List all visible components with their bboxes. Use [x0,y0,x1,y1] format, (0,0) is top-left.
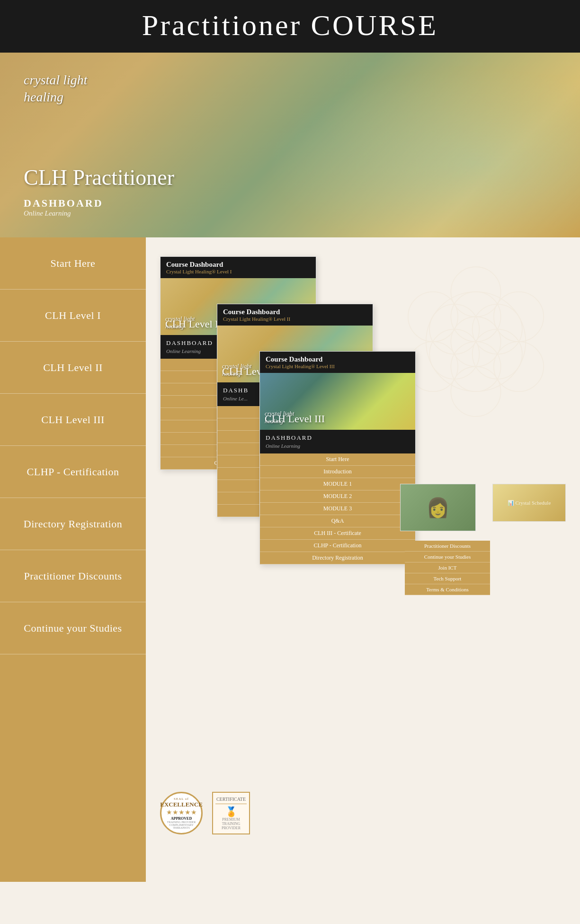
card2-header: Course Dashboard Crystal Light Healing® … [217,304,373,326]
sidebar-label-directory-reg: Directory Registration [24,518,122,530]
card3-item-8[interactable]: Directory Registration [260,552,415,564]
right-panel-item-0[interactable]: Practitioner Discounts [405,541,490,552]
card3-item-4[interactable]: MODULE 3 [260,503,415,515]
sidebar-label-clh-level-3: CLH Level III [41,414,105,426]
card3-menu-label: DASHBOARD [260,433,415,443]
right-panel-item-1[interactable]: Continue your Studies [405,552,490,562]
card1-image-title: CLH Level I [165,318,218,330]
schedule-thumbnail: 📊 Crystal Schedule [492,484,566,522]
sidebar-label-practitioner-discounts: Practitioner Discounts [24,570,122,582]
card3-item-1[interactable]: Introduction [260,466,415,478]
card3-item-5[interactable]: Q&A [260,515,415,527]
sidebar-item-clh-level-3[interactable]: CLH Level III [0,394,146,446]
card3-subtitle: Crystal Light Healing® Level III [266,363,410,369]
card1-title: Course Dashboard [166,261,310,269]
person-silhouette: 👩 [401,484,475,531]
card3-item-2[interactable]: MODULE 1 [260,478,415,490]
certificates-area: SEAL of EXCELLENCE ★★★★★ APPROVED TRAINI… [160,792,250,834]
sidebar-item-clh-level-1[interactable]: CLH Level I [0,290,146,342]
card3-image: crystal lighthealing CLH Level III [260,373,415,430]
course-card-level-3: Course Dashboard Crystal Light Healing® … [259,351,416,565]
sidebar-label-start-here: Start Here [51,257,96,270]
dashboard-title: DASHBOARD [24,197,103,209]
schedule-content: 📊 Crystal Schedule [508,500,551,506]
sidebar-label-clh-level-1: CLH Level I [45,309,101,322]
card3-title: Course Dashboard [266,355,410,363]
sidebar-item-continue-studies[interactable]: Continue your Studies [0,602,146,654]
cert-seal-icon: 🏅 [225,806,237,817]
card3-item-7[interactable]: CLHP - Certification [260,540,415,552]
seal-of-excellence: SEAL of EXCELLENCE ★★★★★ APPROVED TRAINI… [160,792,203,834]
card3-menu-sub: Online Learning [260,443,415,451]
hero-crystals-bg [232,53,580,237]
sidebar-item-start-here[interactable]: Start Here [0,237,146,290]
person-thumbnail: 👩 [400,484,476,531]
right-panel-item-3[interactable]: Tech Support [405,573,490,584]
main-content: Start Here CLH Level I CLH Level II CLH … [0,237,580,882]
hero-main-title: CLH Practitioner [24,165,174,190]
card1-header: Course Dashboard Crystal Light Healing® … [161,257,316,278]
seal-bottom-text: COMPLIMENTARY THERAPISTS [161,824,201,829]
card3-items: Start Here Introduction MODULE 1 MODULE … [260,453,415,564]
hero-logo: crystal light healing [24,72,88,106]
sidebar-item-practitioner-discounts[interactable]: Practitioner Discounts [0,550,146,602]
hero-dashboard: DASHBOARD Online Learning [24,197,103,217]
sidebar-label-clh-level-2: CLH Level II [43,362,103,374]
right-panel-item-4[interactable]: Terms & Conditions [405,584,490,595]
sidebar: Start Here CLH Level I CLH Level II CLH … [0,237,146,882]
right-panel: Practitioner Discounts Continue your Stu… [405,541,490,595]
sidebar-label-clhp-cert: CLHP - Certification [27,466,119,478]
card1-subtitle: Crystal Light Healing® Level I [166,269,310,274]
card3-menu: DASHBOARD Online Learning [260,430,415,453]
sidebar-item-clh-level-2[interactable]: CLH Level II [0,342,146,394]
page-title: Practitioner COURSE [0,9,580,42]
sidebar-item-clhp-cert[interactable]: CLHP - Certification [0,446,146,498]
card2-title: Course Dashboard [223,308,367,316]
seal-approved: APPROVED [171,816,192,821]
cert-provider: PREMIUM TRAINING PROVIDER [215,817,247,830]
card3-header: Course Dashboard Crystal Light Healing® … [260,352,415,373]
cert-title: CERTIFICATE [215,797,247,804]
right-panel-item-2[interactable]: Join ICT [405,562,490,573]
page-header: Practitioner COURSE [0,0,580,53]
dashboard-subtitle: Online Learning [24,209,103,217]
dashboard-cards: Course Dashboard Crystal Light Healing® … [155,256,571,853]
certificate-badge: CERTIFICATE 🏅 PREMIUM TRAINING PROVIDER [212,792,250,834]
card3-item-0[interactable]: Start Here [260,453,415,466]
logo-line2: healing [24,89,88,106]
logo-line1: crystal light [24,72,88,89]
card2-subtitle: Crystal Light Healing® Level II [223,316,367,322]
card3-item-3[interactable]: MODULE 2 [260,490,415,503]
seal-stars: ★★★★★ [166,808,197,816]
sidebar-label-continue-studies: Continue your Studies [24,622,122,634]
seal-excellence: EXCELLENCE [160,801,203,808]
card3-item-6[interactable]: CLH III - Certificate [260,527,415,540]
sidebar-item-directory-reg[interactable]: Directory Registration [0,498,146,550]
card3-image-title: CLH Level III [265,413,325,425]
hero-banner: crystal light healing CLH Practitioner D… [0,53,580,237]
seal-top-text: SEAL of [174,797,189,801]
content-area: Course Dashboard Crystal Light Healing® … [146,237,580,882]
